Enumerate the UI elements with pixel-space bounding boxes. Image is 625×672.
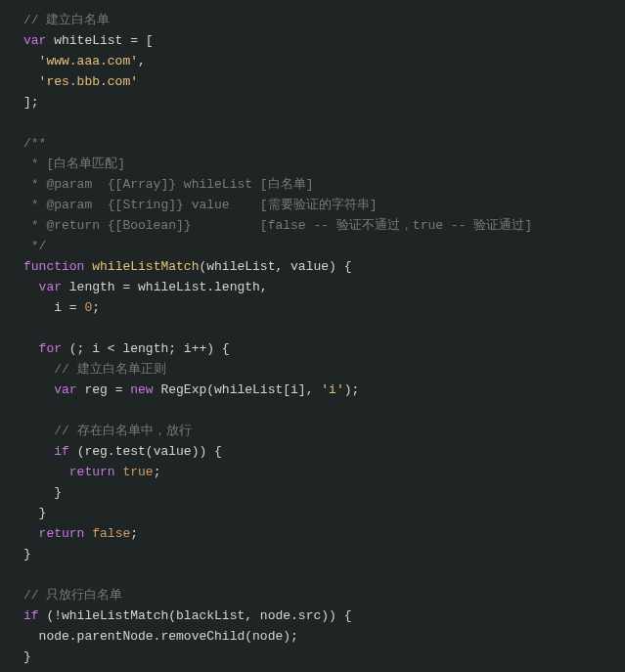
- string-literal: 'res.bbb.com': [39, 74, 138, 89]
- code-line: }: [23, 647, 625, 667]
- jsdoc-open: /**: [23, 136, 46, 151]
- code-line: return false;: [23, 523, 625, 544]
- var-name: whiteList: [46, 33, 130, 48]
- code-line: [23, 318, 625, 338]
- keyword-var: var: [39, 280, 62, 294]
- punct: );: [344, 382, 360, 397]
- code-line: if (!whileListMatch(blackList, node.src)…: [23, 605, 625, 626]
- jsdoc-line: * [白名单匹配]: [23, 157, 125, 171]
- punct: ,: [138, 54, 146, 68]
- args: (whileList[i],: [206, 382, 321, 397]
- code-line: i = 0;: [23, 297, 625, 318]
- code-line: [23, 400, 625, 421]
- code-line: // 只放行白名单: [23, 585, 625, 605]
- comment: // 建立白名单正则: [54, 362, 165, 377]
- string-literal: 'www.aaa.com': [39, 54, 138, 68]
- code-line: 'www.aaa.com',: [23, 51, 625, 71]
- jsdoc-param: * @param {[String]} value [需要验证的字符串]: [23, 198, 377, 212]
- punct: ;: [130, 526, 138, 541]
- comment: // 建立白名单: [23, 13, 110, 27]
- code-line: // 建立白名单: [23, 10, 625, 30]
- code-line: * @param {[Array]} whileList [白名单]: [23, 174, 625, 195]
- code-line: var length = whileList.length,: [23, 277, 625, 297]
- keyword-if: if: [23, 608, 39, 623]
- code-line: 'res.bbb.com': [23, 71, 625, 92]
- code-line: */: [23, 236, 625, 256]
- brace-close: }: [23, 650, 31, 664]
- jsdoc-return: * @return {[Boolean]} [false -- 验证不通过，tr…: [23, 218, 532, 233]
- brace-close: }: [23, 547, 31, 561]
- keyword-return: return: [39, 526, 85, 541]
- code-line: ];: [23, 92, 625, 112]
- params: (whileList, value) {: [199, 259, 351, 274]
- brace-close: }: [54, 485, 62, 500]
- keyword-var: var: [54, 382, 76, 397]
- code-line: if (reg.test(value)) {: [23, 441, 625, 462]
- punct: ;: [154, 465, 161, 479]
- code-line: }: [23, 482, 625, 503]
- function-name: whileListMatch: [84, 259, 199, 274]
- code-line: // 存在白名单中，放行: [23, 421, 625, 441]
- if-cond: (reg.test(value)) {: [69, 444, 222, 459]
- jsdoc-param: * @param {[Array]} whileList [白名单]: [23, 177, 313, 192]
- code-line: [23, 564, 625, 585]
- code-line: var reg = new RegExp(whileList[i], 'i');: [23, 380, 625, 400]
- class-name: RegExp: [154, 382, 207, 397]
- keyword-function: function: [23, 259, 84, 274]
- bool-false: false: [84, 526, 130, 541]
- code-line: for (; i < length; i++) {: [23, 338, 625, 359]
- code-line: * @return {[Boolean]} [false -- 验证不通过，tr…: [23, 215, 625, 236]
- keyword-return: return: [69, 465, 115, 479]
- code-line: * [白名单匹配]: [23, 154, 625, 174]
- code-line: var whiteList = [: [23, 30, 625, 51]
- bool-true: true: [115, 465, 154, 479]
- keyword-for: for: [39, 341, 62, 356]
- comment: // 只放行白名单: [23, 588, 122, 603]
- punct: = [: [130, 33, 153, 48]
- code-line: node.parentNode.removeChild(node);: [23, 626, 625, 647]
- for-cond: (; i < length; i++) {: [62, 341, 230, 356]
- code-block: // 建立白名单 var whiteList = [ 'www.aaa.com'…: [0, 10, 625, 667]
- code-line: return true;: [23, 462, 625, 482]
- punct: ;: [92, 300, 100, 315]
- keyword-var: var: [23, 33, 46, 48]
- code-line: * @param {[String]} value [需要验证的字符串]: [23, 195, 625, 215]
- comment: // 存在白名单中，放行: [54, 424, 191, 438]
- string-literal: 'i': [321, 382, 343, 397]
- brace-close: }: [39, 506, 47, 520]
- expr: length = whileList.length,: [62, 280, 268, 294]
- code-line: }: [23, 503, 625, 523]
- code-line: [23, 112, 625, 133]
- stmt: node.parentNode.removeChild(node);: [23, 629, 298, 644]
- jsdoc-close: */: [23, 239, 46, 253]
- var-i: i =: [23, 300, 84, 315]
- keyword-new: new: [130, 382, 153, 397]
- if-cond: (!whileListMatch(blackList, node.src)) {: [39, 608, 352, 623]
- var-reg: reg =: [77, 382, 131, 397]
- punct: ];: [23, 95, 39, 110]
- code-line: }: [23, 544, 625, 564]
- code-line: function whileListMatch(whileList, value…: [23, 256, 625, 277]
- code-line: /**: [23, 133, 625, 154]
- code-line: // 建立白名单正则: [23, 359, 625, 380]
- keyword-if: if: [54, 444, 69, 459]
